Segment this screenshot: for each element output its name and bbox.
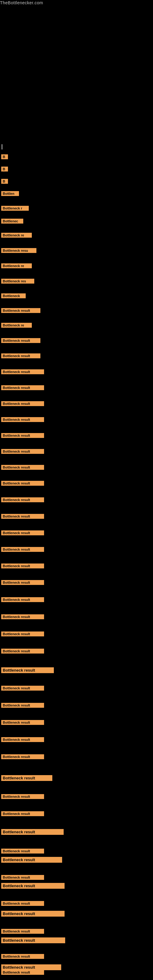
bottleneck-label: Bottleneck result	[1, 401, 44, 406]
bottleneck-label: Bottleneck result	[1, 449, 44, 454]
bottleneck-label: Bottleneck result	[1, 954, 44, 959]
bottleneck-label: Bottleneck result	[1, 497, 44, 502]
bottleneck-label: Bottleneck result	[1, 829, 64, 835]
bottleneck-label: Bottleneck result	[1, 632, 44, 636]
bottleneck-label: Bottleneck result	[1, 901, 44, 906]
bottleneck-label: Bottleneck result	[1, 597, 44, 602]
bottleneck-label: B	[1, 167, 8, 172]
bottleneck-label: Bottleneck resu	[1, 248, 37, 253]
bottleneck-label: Bottleneck result	[1, 937, 65, 943]
bottleneck-label: Bottleneck result	[1, 580, 44, 585]
bottleneck-label: Bottlen	[1, 191, 19, 196]
bottleneck-label: Bottleneck result	[1, 547, 44, 552]
bottleneck-label: Bottleneck result	[1, 614, 44, 619]
bottleneck-label: Bottleneck result	[1, 338, 40, 343]
bottleneck-label: Bottleneck result	[1, 964, 61, 970]
bottleneck-label: Bottleneck result	[1, 563, 44, 568]
bottleneck-label: Bottlenec	[1, 219, 23, 224]
bottleneck-label: B	[1, 179, 8, 184]
site-title: TheBottlenecker.com	[0, 0, 43, 5]
bottleneck-label: Bottleneck result	[1, 775, 52, 781]
bottleneck-label: Bottleneck r	[1, 206, 29, 211]
bottleneck-label: B	[1, 154, 8, 159]
bottleneck-label: Bottleneck result	[1, 929, 44, 934]
bottleneck-label: Bottleneck result	[1, 667, 54, 673]
bottleneck-label: Bottleneck result	[1, 369, 44, 374]
bottleneck-label: Bottleneck result	[1, 433, 44, 438]
bottleneck-label: Bottleneck result	[1, 353, 40, 358]
bottleneck-label: Bottleneck result	[1, 530, 44, 535]
bottleneck-label: Bottleneck res	[1, 279, 34, 283]
bottleneck-label: Bottleneck result	[1, 849, 44, 854]
bottleneck-label: Bottleneck result	[1, 385, 44, 390]
bottleneck-label: Bottleneck result	[1, 911, 65, 916]
bottleneck-label: Bottleneck result	[1, 794, 44, 799]
bottleneck-label: Bottleneck result	[1, 811, 44, 816]
bottleneck-label: Bottleneck result	[1, 703, 44, 708]
bottleneck-label: Bottleneck result	[1, 417, 44, 422]
bottleneck-label: Bottleneck result	[1, 649, 44, 654]
bottleneck-label: Bottleneck result	[1, 875, 44, 880]
bottleneck-label: Bottleneck result	[1, 883, 65, 889]
bottleneck-label: Bottleneck result	[1, 970, 44, 975]
bottleneck-label: Bottleneck	[1, 293, 26, 298]
bottleneck-label: Bottleneck result	[1, 308, 40, 313]
bottleneck-label: Bottleneck result	[1, 737, 44, 742]
bottleneck-label: Bottleneck re	[1, 233, 32, 238]
bottleneck-label: Bottleneck result	[1, 481, 44, 486]
bottleneck-label: Bottleneck re	[1, 263, 32, 268]
bottleneck-label: Bottleneck result	[1, 720, 44, 725]
bottleneck-label: Bottleneck re	[1, 323, 32, 328]
bottleneck-label: Bottleneck result	[1, 754, 44, 759]
bottleneck-label: Bottleneck result	[1, 465, 44, 470]
bottleneck-label: Bottleneck result	[1, 686, 44, 690]
pipe-separator: |	[1, 143, 3, 150]
bottleneck-label: Bottleneck result	[1, 514, 44, 519]
bottleneck-label: Bottleneck result	[1, 857, 62, 863]
